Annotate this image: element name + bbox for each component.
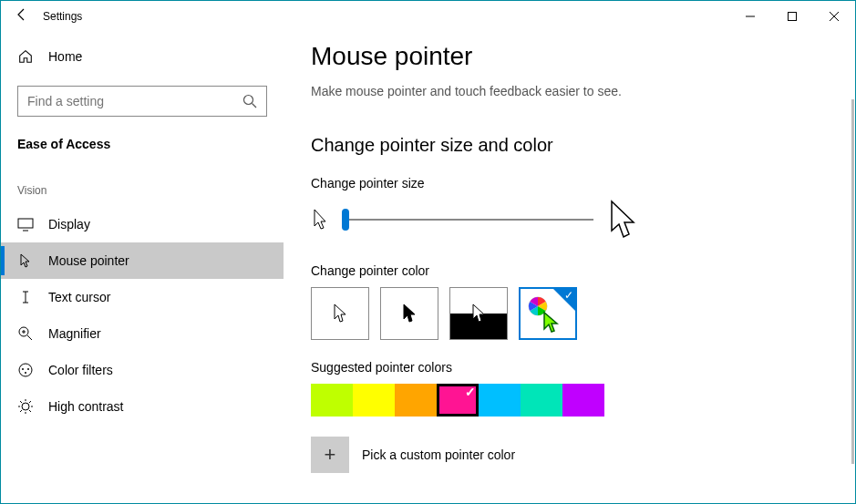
home-icon [17, 48, 34, 65]
home-nav[interactable]: Home [1, 38, 284, 75]
high-contrast-icon [17, 398, 34, 415]
color-swatch[interactable] [353, 384, 395, 417]
maximize-button[interactable] [771, 2, 813, 31]
sidebar-item-label: Text cursor [48, 290, 110, 304]
pointer-color-inverted[interactable] [449, 287, 508, 340]
sidebar-item-label: Magnifier [48, 326, 101, 341]
sidebar-item-mouse-pointer[interactable]: Mouse pointer [1, 242, 284, 279]
sidebar-item-high-contrast[interactable]: High contrast [1, 388, 284, 425]
svg-line-27 [29, 401, 31, 403]
svg-line-26 [20, 410, 22, 412]
svg-point-4 [244, 96, 253, 105]
svg-line-5 [253, 104, 257, 108]
svg-point-18 [25, 372, 26, 374]
color-swatch[interactable] [562, 384, 604, 417]
main-content: Mouse pointer Make mouse pointer and tou… [284, 31, 855, 503]
color-filters-icon [17, 362, 34, 378]
pointer-color-label: Change pointer color [311, 263, 828, 278]
sidebar-item-color-filters[interactable]: Color filters [1, 352, 284, 388]
svg-line-24 [20, 401, 22, 403]
svg-rect-6 [18, 219, 33, 228]
sidebar-item-label: Display [48, 217, 90, 231]
search-box[interactable] [17, 86, 267, 117]
color-swatch[interactable] [395, 384, 437, 417]
pointer-color-white[interactable] [311, 287, 369, 340]
sidebar-item-display[interactable]: Display [1, 206, 284, 242]
sidebar-item-label: Color filters [48, 363, 113, 377]
color-swatch[interactable] [521, 384, 562, 417]
pick-custom-color-button[interactable]: + [311, 437, 349, 473]
svg-point-17 [27, 368, 29, 370]
pointer-color-custom[interactable] [519, 287, 577, 340]
scrollbar[interactable] [851, 99, 854, 464]
svg-line-25 [29, 410, 31, 412]
suggested-colors-label: Suggested pointer colors [311, 360, 828, 375]
plus-icon: + [325, 443, 336, 467]
text-cursor-icon [17, 289, 34, 305]
back-button[interactable] [1, 7, 43, 26]
suggested-color-swatches [311, 384, 828, 417]
sidebar: Home Ease of Access Vision Display Mouse… [1, 31, 284, 503]
minimize-button[interactable] [729, 2, 771, 31]
pointer-size-slider[interactable] [342, 209, 593, 231]
close-button[interactable] [813, 2, 855, 31]
magnifier-icon [17, 325, 34, 342]
pick-custom-color-label: Pick a custom pointer color [362, 447, 515, 462]
page-title: Mouse pointer [311, 42, 828, 71]
window-title: Settings [43, 10, 82, 23]
search-icon [242, 94, 257, 108]
mouse-pointer-icon [17, 252, 34, 269]
color-swatch[interactable] [311, 384, 353, 417]
large-cursor-icon [606, 200, 639, 240]
svg-line-12 [27, 335, 32, 340]
sidebar-item-text-cursor[interactable]: Text cursor [1, 279, 284, 315]
svg-point-15 [19, 364, 32, 376]
small-cursor-icon [311, 208, 329, 231]
title-bar: Settings [1, 1, 855, 31]
sidebar-item-label: Mouse pointer [48, 253, 129, 268]
svg-rect-1 [789, 12, 797, 20]
page-subtitle: Make mouse pointer and touch feedback ea… [311, 84, 828, 98]
pointer-color-black[interactable] [380, 287, 438, 340]
svg-point-19 [22, 403, 29, 410]
group-heading: Vision [1, 151, 284, 206]
section-heading: Ease of Access [1, 117, 284, 151]
section-heading: Change pointer size and color [311, 135, 828, 156]
svg-point-16 [22, 368, 24, 370]
home-label: Home [48, 49, 82, 64]
color-swatch[interactable] [479, 384, 521, 417]
color-swatch[interactable] [437, 384, 479, 417]
pointer-size-label: Change pointer size [311, 176, 828, 190]
sidebar-item-label: High contrast [48, 399, 123, 414]
display-icon [17, 216, 34, 232]
search-input[interactable] [27, 94, 242, 108]
sidebar-item-magnifier[interactable]: Magnifier [1, 315, 284, 352]
